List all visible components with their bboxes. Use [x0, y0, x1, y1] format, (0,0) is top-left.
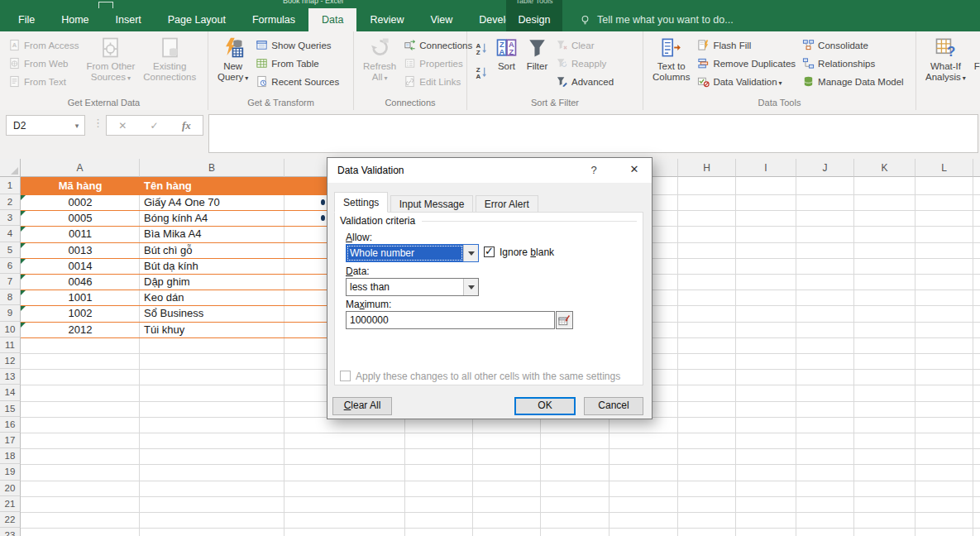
advanced-button[interactable]: Advanced [552, 73, 617, 90]
cancel-button[interactable]: Cancel [584, 397, 643, 415]
row-header-13[interactable]: 13 [0, 369, 21, 385]
row-header-12[interactable]: 12 [0, 353, 21, 369]
tab-formulas[interactable]: Formulas [239, 8, 308, 31]
row-header-22[interactable]: 22 [0, 512, 21, 528]
filter-button[interactable]: Filter [522, 33, 552, 72]
row-header-23[interactable]: 23 [0, 528, 21, 536]
formula-input[interactable] [208, 114, 978, 153]
cell-code[interactable]: 0014 [21, 258, 140, 274]
column-header-l[interactable]: L [915, 159, 973, 177]
column-header-j[interactable]: J [796, 159, 854, 177]
row-header-1[interactable]: 1 [0, 177, 21, 194]
cell-name[interactable]: Bóng kính A4 [140, 210, 289, 226]
cell-code[interactable]: 0005 [21, 210, 140, 226]
cell-code[interactable]: 0013 [21, 242, 140, 258]
text-to-columns-button[interactable]: Text toColumns [648, 33, 694, 83]
from-web-button[interactable]: From Web [5, 55, 82, 72]
row-header-10[interactable]: 10 [0, 322, 21, 337]
ignore-blank-label[interactable]: Ignore blank [500, 246, 554, 258]
cell-code[interactable]: 0002 [21, 194, 140, 210]
row-header-9[interactable]: 9 [0, 305, 21, 321]
table-header-cell[interactable]: Mã hàng [21, 177, 140, 194]
row-header-6[interactable]: 6 [0, 258, 21, 274]
manage-data-model-button[interactable]: Manage Data Model [799, 73, 907, 90]
clear-button[interactable]: Clear [552, 36, 617, 54]
cell-name[interactable]: Sổ Business [140, 305, 289, 321]
allow-combobox[interactable]: Whole number [346, 244, 479, 262]
cell-name[interactable]: Túi khuy [140, 322, 289, 337]
name-box[interactable]: D2 ▾ [6, 115, 85, 136]
tab-review[interactable]: Review [356, 8, 417, 31]
column-header-a[interactable]: A [21, 159, 140, 177]
show-queries-button[interactable]: Show Queries [252, 36, 342, 54]
cell-code[interactable]: 0011 [21, 226, 140, 242]
relationships-button[interactable]: Relationships [799, 55, 907, 72]
row-header-21[interactable]: 21 [0, 496, 21, 512]
cell-name[interactable]: Bút dạ kính [140, 258, 289, 274]
from-access-button[interactable]: AFrom Access [5, 36, 82, 54]
cancel-entry-icon[interactable]: ✕ [118, 120, 127, 132]
row-header-17[interactable]: 17 [0, 433, 21, 448]
cell-name[interactable]: Bìa Mika A4 [140, 226, 289, 242]
sort-button[interactable]: ZAAZSort [491, 33, 522, 72]
dialog-titlebar[interactable]: Data Validation ? ✕ [327, 158, 652, 183]
edit-links-button[interactable]: Edit Links [400, 73, 476, 90]
forecast-sheet-button[interactable]: ForecastSheet [970, 33, 980, 83]
remove-duplicates-button[interactable]: Remove Duplicates [694, 55, 799, 72]
row-header-4[interactable]: 4 [0, 226, 21, 242]
column-header-b[interactable]: B [140, 159, 284, 177]
name-box-dropdown-icon[interactable]: ▾ [69, 122, 84, 130]
row-header-16[interactable]: 16 [0, 417, 21, 433]
column-header-m[interactable]: M [973, 159, 980, 177]
column-header-k[interactable]: K [854, 159, 915, 177]
existing-connections-button[interactable]: ExistingConnections [139, 33, 200, 83]
insert-function-icon[interactable]: fx [182, 119, 191, 132]
row-header-14[interactable]: 14 [0, 385, 21, 400]
name-box-resize-handle[interactable]: ⋮ [93, 117, 103, 129]
dialog-tab-settings[interactable]: Settings [334, 192, 388, 213]
properties-button[interactable]: Properties [400, 55, 476, 72]
maximum-input[interactable] [346, 311, 555, 329]
refresh-all-button[interactable]: RefreshAll [359, 33, 400, 84]
row-header-7[interactable]: 7 [0, 274, 21, 290]
new-query-button[interactable]: NewQuery [213, 33, 252, 84]
from-other-sources-button[interactable]: From OtherSources [82, 33, 139, 84]
row-header-5[interactable]: 5 [0, 242, 21, 258]
tell-me-box[interactable]: Tell me what you want to do... [579, 8, 734, 31]
cell-name[interactable]: Giấy A4 One 70 [140, 194, 289, 210]
data-combobox-dropdown-icon[interactable] [463, 279, 478, 295]
clear-all-button[interactable]: Clear All [332, 397, 392, 415]
tab-design[interactable]: Design [506, 8, 562, 31]
tab-view[interactable]: View [417, 8, 466, 31]
consolidate-button[interactable]: Consolidate [799, 36, 907, 54]
data-validation-button[interactable]: Data Validation [694, 73, 799, 90]
table-header-cell[interactable]: Tên hàng [140, 177, 284, 194]
column-header-h[interactable]: H [678, 159, 736, 177]
cell-code[interactable]: 1002 [21, 305, 140, 321]
tab-home[interactable]: Home [48, 8, 102, 31]
row-header-18[interactable]: 18 [0, 448, 21, 464]
tab-insert[interactable]: Insert [103, 8, 155, 31]
range-picker-button[interactable] [556, 311, 573, 329]
from-text-button[interactable]: From Text [5, 73, 82, 90]
reapply-button[interactable]: Reapply [552, 55, 617, 72]
sort-az-button[interactable]: AZ [472, 36, 491, 60]
row-header-20[interactable]: 20 [0, 481, 21, 496]
ok-button[interactable]: OK [514, 397, 576, 415]
data-combobox[interactable]: less than [346, 278, 479, 296]
tab-page-layout[interactable]: Page Layout [155, 8, 239, 31]
from-table-button[interactable]: From Table [252, 55, 342, 72]
cell-code[interactable]: 1001 [21, 290, 140, 305]
cell-name[interactable]: Bút chì gỗ [140, 242, 289, 258]
tab-data[interactable]: Data [308, 8, 356, 31]
quick-access-toolbar-icon[interactable] [98, 2, 113, 8]
sort-za-button[interactable]: ZA [472, 60, 491, 84]
recent-sources-button[interactable]: Recent Sources [252, 73, 342, 90]
cell-code[interactable]: 2012 [21, 322, 140, 337]
what-if-analysis-button[interactable]: ?What-IfAnalysis [921, 33, 970, 84]
ignore-blank-checkbox[interactable] [484, 246, 495, 257]
row-header-8[interactable]: 8 [0, 290, 21, 305]
cell-code[interactable]: 0046 [21, 274, 140, 290]
row-header-3[interactable]: 3 [0, 210, 21, 226]
dialog-close-icon[interactable]: ✕ [627, 163, 642, 175]
